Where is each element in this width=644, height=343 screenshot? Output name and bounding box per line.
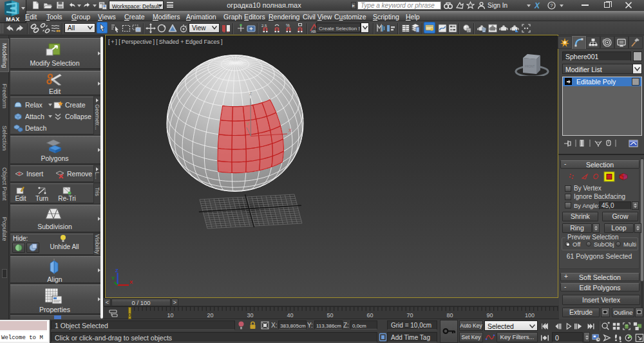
- svg-text:30: 30: [247, 312, 253, 319]
- svg-text:Z: Z: [115, 268, 118, 273]
- svg-text:20: 20: [207, 312, 213, 319]
- svg-text:X: X: [289, 128, 292, 133]
- svg-text:50: 50: [327, 312, 333, 319]
- svg-text:?: ?: [550, 3, 553, 8]
- svg-text:Y: Y: [111, 275, 115, 281]
- svg-text:40: 40: [287, 312, 293, 319]
- svg-text:%: %: [286, 23, 290, 28]
- svg-text:10: 10: [167, 312, 173, 319]
- svg-text:2.5: 2.5: [261, 24, 267, 28]
- svg-text:100: 100: [525, 312, 535, 319]
- svg-text:X: X: [129, 279, 133, 285]
- svg-text:90: 90: [486, 312, 493, 319]
- svg-text:80: 80: [446, 312, 453, 319]
- svg-text:70: 70: [406, 312, 413, 319]
- svg-text:Y: Y: [246, 122, 249, 126]
- svg-text:FRONT: FRONT: [525, 65, 535, 68]
- svg-text:Z: Z: [249, 91, 252, 96]
- svg-text:60: 60: [366, 312, 373, 319]
